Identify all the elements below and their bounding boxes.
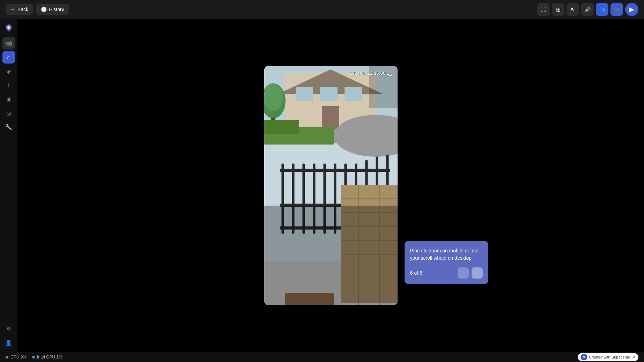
- tooltip-text: Pinch to zoom on mobile or use your scro…: [410, 247, 483, 262]
- svg-rect-27: [280, 169, 390, 172]
- cpu-label: CPU 9%: [10, 355, 27, 360]
- gpu-status-dot: [32, 356, 35, 359]
- sidebar-item-home[interactable]: ⌂: [2, 51, 15, 64]
- sidebar-item-box[interactable]: ▣: [2, 93, 15, 105]
- grid-icon: ⊞: [556, 6, 561, 13]
- supademo-badge[interactable]: S Created with Supademo ↗: [578, 353, 638, 361]
- timestamp-text: 2024-04-22 15:36:2_: [350, 71, 392, 76]
- display-icon: ▣: [6, 96, 12, 103]
- svg-rect-44: [264, 206, 398, 305]
- volume-icon: 🔊: [585, 7, 591, 12]
- statusbar: CPU 9% Intel GPU 1% S Created with Supad…: [0, 352, 644, 362]
- supademo-logo-icon: S: [581, 354, 587, 360]
- people-icon: 👥: [599, 7, 605, 12]
- sidebar: 📹 ⌂ ◈ + ▣ ◎ 🔧 ⚙ 👤: [0, 19, 17, 352]
- gpu-status: Intel GPU 1%: [32, 355, 62, 360]
- cpu-status: CPU 9%: [6, 355, 27, 360]
- history-icon: 🕐: [41, 7, 47, 12]
- right-arrow-icon: →: [474, 270, 480, 276]
- svg-point-11: [264, 83, 283, 111]
- supademo-logo-letter: S: [583, 355, 585, 359]
- topbar-right: ⛶ ⊞ ↖ 🔊 👥 📹 ▶: [537, 3, 638, 16]
- expand-icon-btn[interactable]: ⛶: [537, 3, 550, 16]
- tooltip-nav: ← →: [458, 267, 483, 279]
- play-button[interactable]: ▶: [625, 3, 638, 16]
- svg-rect-5: [296, 87, 313, 101]
- user-icon: 👤: [5, 339, 12, 346]
- play-icon: ▶: [629, 6, 634, 13]
- tooltip-popup: Pinch to zoom on mobile or use your scro…: [405, 241, 488, 284]
- sidebar-item-circle[interactable]: ◎: [2, 107, 15, 119]
- camera-wrapper: 2024-04-22 15:36:2_ Pinch to zoom on mob…: [264, 66, 398, 305]
- sidebar-item-tools[interactable]: 🔧: [2, 121, 15, 133]
- topbar-left: ← Back 🕐 History: [6, 4, 69, 15]
- camera-timestamp: 2024-04-22 15:36:2_: [350, 71, 392, 76]
- back-arrow-icon: ←: [10, 7, 15, 12]
- expand-icon: ⛶: [541, 6, 546, 13]
- sidebar-logo: [3, 22, 14, 34]
- sidebar-item-add[interactable]: +: [2, 79, 15, 91]
- main-area: 📹 ⌂ ◈ + ▣ ◎ 🔧 ⚙ 👤: [0, 19, 644, 352]
- cursor-icon-btn[interactable]: ↖: [567, 3, 579, 16]
- grid-icon-btn[interactable]: ⊞: [552, 3, 564, 16]
- sidebar-item-user[interactable]: 👤: [2, 336, 15, 349]
- next-arrow-button[interactable]: →: [472, 267, 483, 279]
- external-link-icon: ↗: [632, 355, 635, 359]
- camera-record-icon: 📹: [614, 7, 620, 12]
- svg-rect-15: [264, 120, 299, 134]
- content-area: 2024-04-22 15:36:2_ Pinch to zoom on mob…: [17, 19, 644, 352]
- video-camera-icon: 📹: [5, 39, 13, 47]
- svg-rect-13: [334, 129, 398, 143]
- cursor-icon: ↖: [571, 7, 575, 12]
- volume-icon-btn[interactable]: 🔊: [581, 3, 594, 16]
- supademo-label: Created with Supademo: [589, 355, 630, 359]
- tooltip-counter: 6 of 6: [410, 270, 422, 276]
- topbar: ← Back 🕐 History ⛶ ⊞ ↖ 🔊 👥 📹 ▶: [0, 0, 644, 19]
- circle-icon: ◎: [6, 110, 11, 117]
- sidebar-item-settings[interactable]: ⚙: [2, 322, 15, 335]
- left-arrow-icon: ←: [460, 270, 466, 276]
- back-label: Back: [17, 7, 28, 12]
- cpu-status-dot: [6, 356, 8, 359]
- sidebar-item-video[interactable]: 📹: [2, 37, 15, 50]
- svg-rect-7: [345, 87, 362, 101]
- camera-feed[interactable]: 2024-04-22 15:36:2_: [264, 66, 398, 305]
- camera-icon-btn[interactable]: 📹: [610, 3, 623, 16]
- feed-icon: ◈: [7, 68, 11, 75]
- gpu-label: Intel GPU 1%: [37, 355, 62, 360]
- sidebar-bottom: ⚙ 👤: [2, 322, 15, 349]
- add-icon: +: [7, 81, 11, 89]
- people-icon-btn[interactable]: 👥: [596, 3, 608, 16]
- history-button[interactable]: 🕐 History: [36, 4, 69, 15]
- back-button[interactable]: ← Back: [6, 4, 33, 15]
- svg-rect-8: [322, 106, 339, 129]
- home-icon: ⌂: [7, 54, 10, 60]
- sidebar-item-feed[interactable]: ◈: [2, 65, 15, 77]
- svg-rect-6: [320, 87, 338, 101]
- tools-icon: 🔧: [5, 124, 12, 131]
- tooltip-footer: 6 of 6 ← →: [410, 267, 483, 279]
- prev-arrow-button[interactable]: ←: [458, 267, 469, 279]
- settings-icon: ⚙: [6, 325, 11, 332]
- svg-point-0: [7, 26, 10, 29]
- camera-scene: [264, 66, 398, 305]
- history-label: History: [49, 7, 64, 12]
